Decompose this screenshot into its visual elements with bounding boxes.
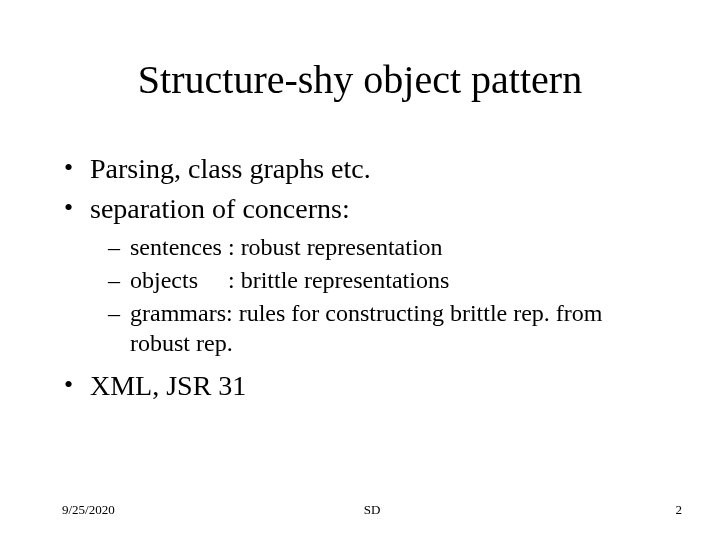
footer-page-number: 2	[676, 502, 683, 518]
bullet-xml: XML, JSR 31	[62, 369, 660, 403]
slide: Structure-shy object pattern Parsing, cl…	[0, 0, 720, 540]
bullet-parsing: Parsing, class graphs etc.	[62, 152, 660, 186]
slide-footer: 9/25/2020 SD 2	[62, 502, 682, 518]
sub-bullet-grammars: grammars: rules for constructing brittle…	[62, 298, 660, 359]
sub-bullet-sentences: sentences : robust representation	[62, 232, 660, 263]
sub-bullet-group: sentences : robust representation object…	[62, 232, 660, 359]
bullet-separation: separation of concerns:	[62, 192, 660, 226]
slide-title: Structure-shy object pattern	[0, 56, 720, 103]
slide-body: Parsing, class graphs etc. separation of…	[62, 152, 660, 409]
sub-bullet-objects: objects : brittle representations	[62, 265, 660, 296]
footer-center: SD	[62, 502, 682, 518]
